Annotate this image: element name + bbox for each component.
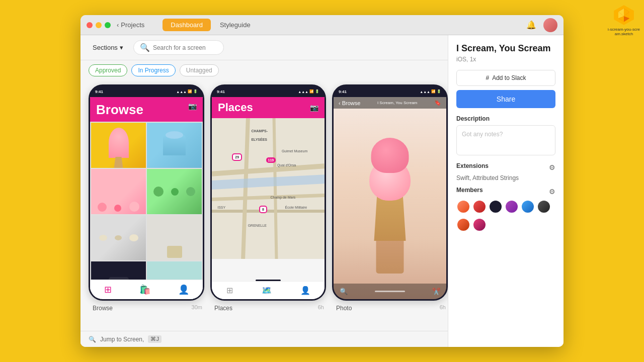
search-bottom-icon: 🔍 <box>89 336 96 343</box>
phone-notch-photo: 9:41 ▲▲▲ 📶 🔋 <box>334 86 446 97</box>
window-controls <box>87 22 111 28</box>
screen-frame-browse[interactable]: 9:41 ▲▲▲ 📶 🔋 Browse 📷 <box>89 84 204 301</box>
places-nav-profile-icon[interactable]: 👤 <box>300 286 310 295</box>
sections-label: Sections <box>93 44 118 51</box>
member-avatar-1[interactable] <box>456 200 470 214</box>
signal-icon: ▲▲▲ <box>176 90 187 94</box>
member-avatar-5[interactable] <box>521 200 535 214</box>
map-label-guimet: Guimet Museum <box>282 149 307 153</box>
chevron-down-icon: ▾ <box>120 44 123 51</box>
map-label-grenelle: GRENELLE <box>248 224 267 227</box>
sketch-app-icon: i-scream-you-scream.sketch <box>608 4 640 36</box>
sections-dropdown[interactable]: Sections ▾ <box>89 42 127 53</box>
photo-footer: Photo 6h <box>332 301 448 312</box>
photo-screen-content: 🔍 ✂️ <box>334 97 446 299</box>
members-label: Members <box>456 187 483 194</box>
toolbar: Sections ▾ 🔍 <box>80 35 448 60</box>
description-box[interactable]: Got any notes? <box>456 125 555 155</box>
project-title: I Scream, You Scream <box>456 43 555 54</box>
browse-status-icons: ▲▲▲ 📶 🔋 <box>176 89 198 94</box>
browse-nav-bag-icon[interactable]: 🛍️ <box>139 284 150 295</box>
minimize-button[interactable] <box>96 22 102 28</box>
places-nav-grid-icon[interactable]: ⊞ <box>226 286 233 295</box>
main-window: ‹ Projects Dashboard Styleguide 🔔 Sectio… <box>80 15 564 347</box>
places-nav-map-icon[interactable]: 🗺️ <box>262 286 272 295</box>
places-camera-icon: 📷 <box>310 104 318 112</box>
places-bottom-nav: ⊞ 🗺️ 👤 <box>212 281 325 299</box>
browse-img-3 <box>91 169 146 214</box>
extensions-text: Swift, Attributed Strings <box>456 174 555 182</box>
places-status-time: 9:41 <box>217 89 225 94</box>
user-avatar[interactable] <box>543 18 557 32</box>
maximize-button[interactable] <box>105 22 111 28</box>
places-screen-time: 6h <box>318 304 324 310</box>
sketch-file-label: i-scream-you-scream.sketch <box>608 27 640 36</box>
browse-header: Browse 📷 <box>90 97 203 122</box>
photo-crop-icon[interactable]: ✂️ <box>432 288 440 295</box>
share-button[interactable]: Share <box>456 90 555 108</box>
member-avatar-7[interactable] <box>456 218 470 232</box>
close-button[interactable] <box>87 22 93 28</box>
screen-frame-photo[interactable]: 9:41 ▲▲▲ 📶 🔋 ‹ Browse I Scre <box>332 84 448 301</box>
map-label-champs: CHAMPS- <box>251 129 268 133</box>
photo-zoom-icon[interactable]: 🔍 <box>340 288 348 295</box>
back-chevron-icon: ‹ <box>117 21 119 29</box>
members-filter-icon[interactable]: ⚙ <box>549 188 555 196</box>
browse-screen-content: Browse 📷 <box>90 97 203 299</box>
browse-nav-grid-icon[interactable]: ⊞ <box>104 284 112 295</box>
extensions-filter-icon[interactable]: ⚙ <box>549 163 555 171</box>
map-label-mars: Champ de Mars <box>270 196 295 199</box>
browse-footer: Browse 30m <box>89 301 204 312</box>
photo-status-time: 9:41 <box>339 89 347 94</box>
places-title: Places <box>218 101 253 114</box>
member-avatar-2[interactable] <box>472 200 487 214</box>
search-input[interactable] <box>153 44 218 51</box>
places-screen-content: Places 📷 <box>212 97 325 299</box>
photo-back-icon[interactable]: ‹ Browse <box>339 100 360 106</box>
description-placeholder: Got any notes? <box>462 131 503 138</box>
browse-nav-profile-icon[interactable]: 👤 <box>178 284 189 295</box>
tab-dashboard[interactable]: Dashboard <box>163 19 211 31</box>
ice-cream-display <box>362 143 418 274</box>
member-avatar-4[interactable] <box>505 200 519 214</box>
project-meta: iOS, 1x <box>456 56 555 63</box>
main-content: Sections ▾ 🔍 Approved In Progress Untagg… <box>80 35 564 347</box>
photo-progress-bar <box>375 291 405 292</box>
map-label-issy: ISSY <box>217 206 225 209</box>
photo-screen-time: 6h <box>440 304 446 310</box>
description-label: Description <box>456 115 555 122</box>
filter-approved[interactable]: Approved <box>89 64 127 76</box>
filter-untagged[interactable]: Untagged <box>180 64 219 76</box>
search-bar[interactable]: 🔍 <box>133 40 224 55</box>
notification-button[interactable]: 🔔 <box>524 18 538 32</box>
photo-status-icons: ▲▲▲ 📶 🔋 <box>420 89 441 94</box>
jump-to-screen-label: Jump to Screen, <box>100 336 144 343</box>
member-avatar-6[interactable] <box>537 200 551 214</box>
tab-styleguide[interactable]: Styleguide <box>212 19 259 31</box>
browse-image-grid <box>90 122 203 299</box>
add-to-slack-button[interactable]: # Add to Slack <box>456 70 555 86</box>
back-nav[interactable]: ‹ Projects <box>117 21 144 29</box>
screen-card-places[interactable]: 9:41 ▲▲▲ 📶 🔋 Places 📷 <box>210 84 326 331</box>
screens-grid: 9:41 ▲▲▲ 📶 🔋 Browse 📷 <box>80 80 448 331</box>
map-pin-2: 119 <box>266 157 276 163</box>
filter-in-progress[interactable]: In Progress <box>131 64 175 76</box>
member-avatar-3[interactable] <box>489 200 503 214</box>
bottom-bar: 🔍 Jump to Screen, ⌘J <box>80 331 448 347</box>
browse-camera-icon: 📷 <box>188 102 197 110</box>
screen-card-browse[interactable]: 9:41 ▲▲▲ 📶 🔋 Browse 📷 <box>89 84 204 331</box>
browse-img-6 <box>147 215 202 260</box>
member-avatar-8[interactable] <box>472 218 487 232</box>
screen-card-photo[interactable]: 9:41 ▲▲▲ 📶 🔋 ‹ Browse I Scre <box>332 84 448 331</box>
ice-cream-scoop-2 <box>371 138 409 173</box>
browse-screen-time: 30m <box>192 304 202 310</box>
right-panel: I Scream, You Scream iOS, 1x # Add to Sl… <box>448 35 564 347</box>
extensions-row: Extensions ⚙ <box>456 162 555 172</box>
browse-screen-name: Browse <box>91 305 115 312</box>
signal-icon-photo: ▲▲▲ <box>420 90 430 94</box>
photo-bookmark-icon[interactable]: 🔖 <box>434 100 441 106</box>
photo-bottom-controls: 🔍 ✂️ <box>334 284 446 299</box>
photo-screen-name: Photo <box>334 305 354 312</box>
add-to-slack-label: Add to Slack <box>492 74 526 81</box>
screen-frame-places[interactable]: 9:41 ▲▲▲ 📶 🔋 Places 📷 <box>210 84 326 301</box>
